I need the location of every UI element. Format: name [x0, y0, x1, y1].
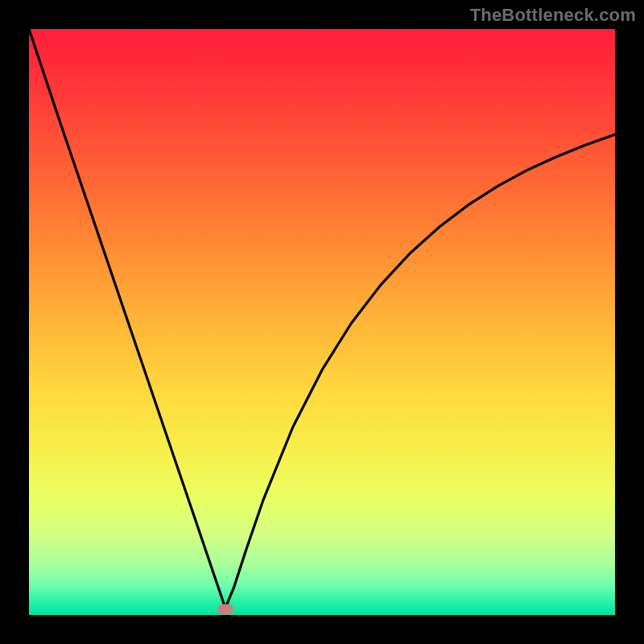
- chart-frame: TheBottleneck.com: [0, 0, 644, 644]
- plot-area: [29, 29, 615, 615]
- optimal-point-marker: [217, 604, 233, 614]
- bottleneck-curve: [29, 29, 615, 615]
- watermark-text: TheBottleneck.com: [470, 5, 636, 26]
